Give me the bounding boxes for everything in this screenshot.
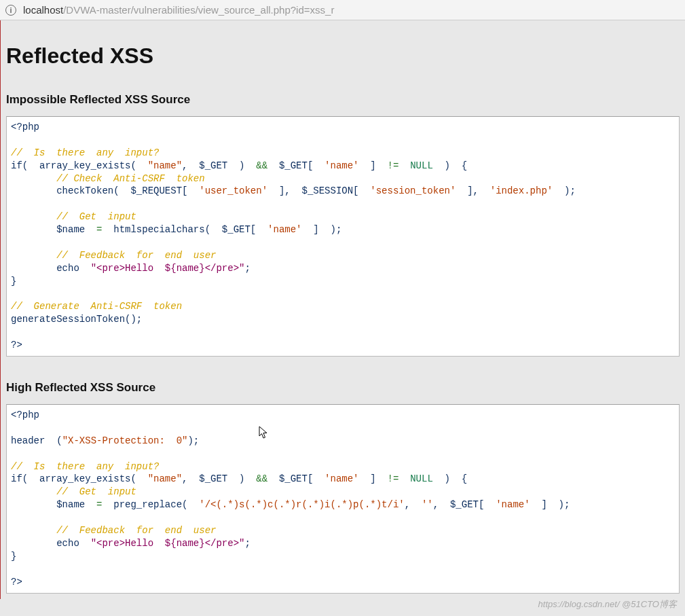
url-host: localhost (23, 4, 63, 16)
page-title: Reflected XSS (6, 43, 680, 69)
page-content: Reflected XSS Impossible Reflected XSS S… (0, 20, 685, 599)
code-block-impossible: <?php // Is there any input? if( array_k… (6, 116, 680, 357)
section-heading-high: High Reflected XSS Source (6, 381, 680, 395)
section-heading-impossible: Impossible Reflected XSS Source (6, 93, 680, 107)
code-block-high: <?php header ("X-XSS-Protection: 0"); //… (6, 404, 680, 593)
watermark: https://blog.csdn.net/ @51CTO博客 (538, 598, 677, 611)
address-bar[interactable]: i localhost/DVWA-master/vulnerabilities/… (0, 0, 685, 20)
url-path: /DVWA-master/vulnerabilities/view_source… (63, 4, 334, 16)
info-icon: i (5, 5, 16, 16)
